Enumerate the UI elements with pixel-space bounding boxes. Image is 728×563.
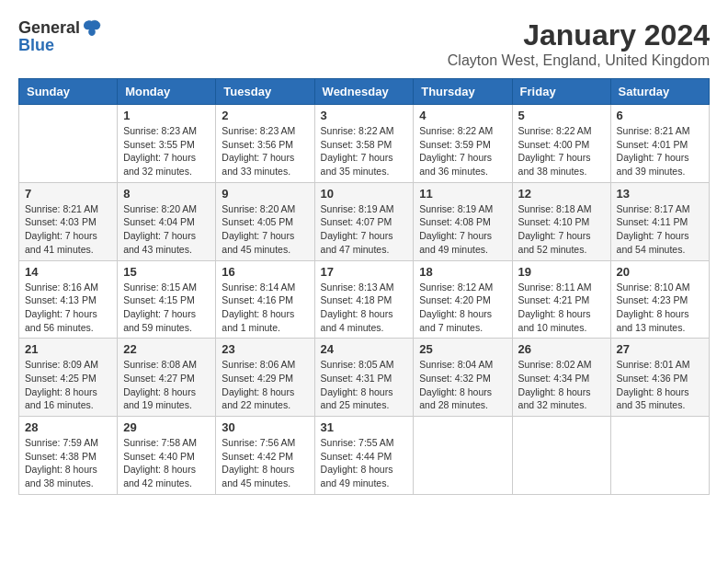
calendar-cell: 30Sunrise: 7:56 AM Sunset: 4:42 PM Dayli… — [216, 417, 314, 495]
calendar-cell: 10Sunrise: 8:19 AM Sunset: 4:07 PM Dayli… — [314, 182, 414, 260]
cell-content: Sunrise: 8:20 AM Sunset: 4:04 PM Dayligh… — [123, 202, 210, 257]
calendar-cell: 15Sunrise: 8:15 AM Sunset: 4:15 PM Dayli… — [118, 260, 216, 339]
day-number: 18 — [419, 265, 506, 279]
calendar-cell: 19Sunrise: 8:11 AM Sunset: 4:21 PM Dayli… — [512, 260, 610, 339]
cell-content: Sunrise: 8:14 AM Sunset: 4:16 PM Dayligh… — [222, 281, 308, 335]
calendar-cell: 8Sunrise: 8:20 AM Sunset: 4:04 PM Daylig… — [118, 182, 216, 260]
cell-content: Sunrise: 8:09 AM Sunset: 4:25 PM Dayligh… — [25, 358, 111, 412]
logo-blue-text: Blue — [18, 36, 54, 55]
calendar-cell: 22Sunrise: 8:08 AM Sunset: 4:27 PM Dayli… — [118, 339, 216, 417]
day-number: 16 — [222, 265, 308, 279]
week-row-3: 14Sunrise: 8:16 AM Sunset: 4:13 PM Dayli… — [19, 260, 710, 339]
cell-content: Sunrise: 8:22 AM Sunset: 3:59 PM Dayligh… — [419, 124, 506, 178]
weekday-header-tuesday: Tuesday — [216, 79, 314, 105]
cell-content: Sunrise: 8:23 AM Sunset: 3:56 PM Dayligh… — [222, 124, 308, 178]
cell-content: Sunrise: 7:56 AM Sunset: 4:42 PM Dayligh… — [222, 436, 308, 490]
day-number: 29 — [123, 420, 210, 434]
day-number: 28 — [25, 420, 111, 434]
cell-content: Sunrise: 8:16 AM Sunset: 4:13 PM Dayligh… — [25, 281, 111, 335]
day-number: 27 — [617, 342, 703, 356]
cell-content: Sunrise: 8:15 AM Sunset: 4:15 PM Dayligh… — [123, 281, 210, 335]
calendar-cell: 2Sunrise: 8:23 AM Sunset: 3:56 PM Daylig… — [216, 105, 314, 183]
cell-content: Sunrise: 8:11 AM Sunset: 4:21 PM Dayligh… — [518, 281, 605, 335]
day-number: 1 — [123, 109, 210, 122]
day-number: 14 — [25, 265, 111, 279]
calendar-cell: 14Sunrise: 8:16 AM Sunset: 4:13 PM Dayli… — [19, 260, 118, 339]
week-row-4: 21Sunrise: 8:09 AM Sunset: 4:25 PM Dayli… — [19, 339, 710, 417]
calendar-cell: 28Sunrise: 7:59 AM Sunset: 4:38 PM Dayli… — [19, 417, 118, 495]
calendar-cell: 25Sunrise: 8:04 AM Sunset: 4:32 PM Dayli… — [414, 339, 512, 417]
calendar-cell: 16Sunrise: 8:14 AM Sunset: 4:16 PM Dayli… — [216, 260, 314, 339]
calendar-cell: 29Sunrise: 7:58 AM Sunset: 4:40 PM Dayli… — [118, 417, 216, 495]
day-number: 3 — [321, 109, 408, 122]
calendar-cell: 12Sunrise: 8:18 AM Sunset: 4:10 PM Dayli… — [512, 182, 610, 260]
cell-content: Sunrise: 8:02 AM Sunset: 4:34 PM Dayligh… — [518, 358, 605, 412]
cell-content: Sunrise: 8:12 AM Sunset: 4:20 PM Dayligh… — [419, 281, 506, 335]
cell-content: Sunrise: 8:05 AM Sunset: 4:31 PM Dayligh… — [321, 358, 408, 412]
weekday-header-sunday: Sunday — [19, 79, 118, 105]
calendar-cell — [512, 417, 610, 495]
day-number: 4 — [419, 109, 506, 122]
day-number: 5 — [518, 109, 605, 122]
weekday-header-wednesday: Wednesday — [314, 79, 414, 105]
calendar-cell: 13Sunrise: 8:17 AM Sunset: 4:11 PM Dayli… — [610, 182, 709, 260]
cell-content: Sunrise: 8:21 AM Sunset: 4:01 PM Dayligh… — [617, 124, 703, 178]
day-number: 31 — [321, 420, 408, 434]
calendar-cell: 17Sunrise: 8:13 AM Sunset: 4:18 PM Dayli… — [314, 260, 414, 339]
day-number: 13 — [617, 187, 703, 201]
day-number: 9 — [222, 187, 308, 201]
cell-content: Sunrise: 7:59 AM Sunset: 4:38 PM Dayligh… — [25, 436, 111, 490]
calendar-cell: 7Sunrise: 8:21 AM Sunset: 4:03 PM Daylig… — [19, 182, 118, 260]
day-number: 12 — [518, 187, 605, 201]
day-number: 2 — [222, 109, 308, 122]
day-number: 26 — [518, 342, 605, 356]
cell-content: Sunrise: 8:23 AM Sunset: 3:55 PM Dayligh… — [123, 124, 210, 178]
calendar-cell: 3Sunrise: 8:22 AM Sunset: 3:58 PM Daylig… — [314, 105, 414, 183]
calendar-cell: 31Sunrise: 7:55 AM Sunset: 4:44 PM Dayli… — [314, 417, 414, 495]
cell-content: Sunrise: 8:08 AM Sunset: 4:27 PM Dayligh… — [123, 358, 210, 412]
logo-bird-icon — [82, 19, 102, 38]
logo: General Blue — [18, 18, 102, 55]
cell-content: Sunrise: 8:19 AM Sunset: 4:08 PM Dayligh… — [419, 202, 506, 257]
cell-content: Sunrise: 8:13 AM Sunset: 4:18 PM Dayligh… — [321, 281, 408, 335]
day-number: 19 — [518, 265, 605, 279]
calendar-cell: 4Sunrise: 8:22 AM Sunset: 3:59 PM Daylig… — [414, 105, 512, 183]
calendar-cell: 26Sunrise: 8:02 AM Sunset: 4:34 PM Dayli… — [512, 339, 610, 417]
cell-content: Sunrise: 8:21 AM Sunset: 4:03 PM Dayligh… — [25, 202, 111, 257]
day-number: 23 — [222, 342, 308, 356]
cell-content: Sunrise: 8:22 AM Sunset: 3:58 PM Dayligh… — [321, 124, 408, 178]
cell-content: Sunrise: 8:10 AM Sunset: 4:23 PM Dayligh… — [617, 281, 703, 335]
day-number: 20 — [617, 265, 703, 279]
cell-content: Sunrise: 7:55 AM Sunset: 4:44 PM Dayligh… — [321, 436, 408, 490]
calendar-cell — [610, 417, 709, 495]
calendar-cell — [19, 105, 118, 183]
header: General Blue January 2024 Clayton West, … — [18, 18, 710, 69]
calendar-subtitle: Clayton West, England, United Kingdom — [448, 52, 710, 69]
weekday-header-thursday: Thursday — [414, 79, 512, 105]
cell-content: Sunrise: 8:17 AM Sunset: 4:11 PM Dayligh… — [617, 202, 703, 257]
weekday-header-monday: Monday — [118, 79, 216, 105]
calendar-cell: 9Sunrise: 8:20 AM Sunset: 4:05 PM Daylig… — [216, 182, 314, 260]
day-number: 10 — [321, 187, 408, 201]
calendar-cell: 18Sunrise: 8:12 AM Sunset: 4:20 PM Dayli… — [414, 260, 512, 339]
calendar-title: January 2024 — [448, 18, 710, 52]
calendar-table: SundayMondayTuesdayWednesdayThursdayFrid… — [18, 78, 710, 495]
calendar-cell: 23Sunrise: 8:06 AM Sunset: 4:29 PM Dayli… — [216, 339, 314, 417]
cell-content: Sunrise: 8:01 AM Sunset: 4:36 PM Dayligh… — [617, 358, 703, 412]
week-row-2: 7Sunrise: 8:21 AM Sunset: 4:03 PM Daylig… — [19, 182, 710, 260]
cell-content: Sunrise: 8:20 AM Sunset: 4:05 PM Dayligh… — [222, 202, 308, 257]
cell-content: Sunrise: 8:04 AM Sunset: 4:32 PM Dayligh… — [419, 358, 506, 412]
cell-content: Sunrise: 8:19 AM Sunset: 4:07 PM Dayligh… — [321, 202, 408, 257]
day-number: 22 — [123, 342, 210, 356]
calendar-cell: 1Sunrise: 8:23 AM Sunset: 3:55 PM Daylig… — [118, 105, 216, 183]
week-row-1: 1Sunrise: 8:23 AM Sunset: 3:55 PM Daylig… — [19, 105, 710, 183]
weekday-header-row: SundayMondayTuesdayWednesdayThursdayFrid… — [19, 79, 710, 105]
day-number: 25 — [419, 342, 506, 356]
day-number: 8 — [123, 187, 210, 201]
week-row-5: 28Sunrise: 7:59 AM Sunset: 4:38 PM Dayli… — [19, 417, 710, 495]
logo-general-text: General — [18, 18, 80, 38]
cell-content: Sunrise: 8:22 AM Sunset: 4:00 PM Dayligh… — [518, 124, 605, 178]
day-number: 7 — [25, 187, 111, 201]
calendar-cell: 11Sunrise: 8:19 AM Sunset: 4:08 PM Dayli… — [414, 182, 512, 260]
cell-content: Sunrise: 7:58 AM Sunset: 4:40 PM Dayligh… — [123, 436, 210, 490]
